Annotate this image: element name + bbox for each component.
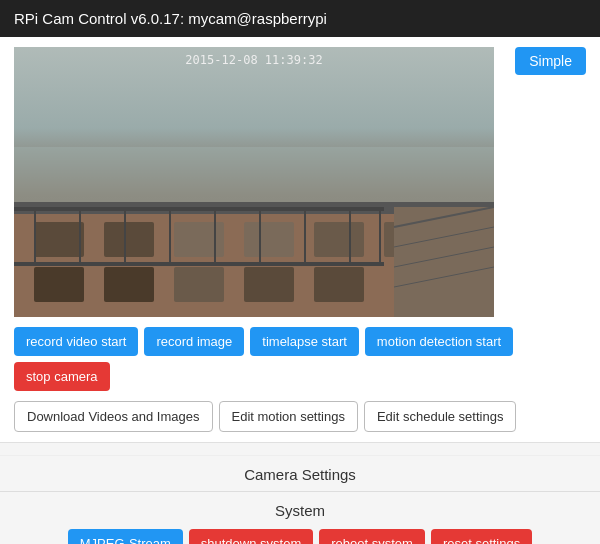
svg-rect-7 — [314, 222, 364, 257]
shutdown-system-button[interactable]: shutdown system — [189, 529, 313, 544]
svg-rect-11 — [174, 267, 224, 302]
main-content: Simple 2015-12-08 11:39:32 — [0, 37, 600, 442]
reset-settings-button[interactable]: reset settings — [431, 529, 532, 544]
svg-rect-24 — [169, 207, 171, 262]
svg-rect-26 — [259, 207, 261, 262]
svg-rect-10 — [104, 267, 154, 302]
mjpeg-stream-button[interactable]: MJPEG-Stream — [68, 529, 183, 544]
simple-btn-wrap: Simple — [515, 47, 586, 75]
svg-rect-13 — [314, 267, 364, 302]
svg-rect-22 — [79, 207, 81, 262]
camera-feed: 2015-12-08 11:39:32 — [14, 47, 494, 317]
svg-rect-27 — [304, 207, 306, 262]
camera-settings-section: Camera Settings — [0, 442, 600, 491]
app-title: RPi Cam Control v6.0.17: mycam@raspberry… — [14, 10, 327, 27]
camera-settings-title: Camera Settings — [0, 455, 600, 489]
system-section: System MJPEG-Stream shutdown system rebo… — [0, 491, 600, 544]
action-buttons-row1: record video start record image timelaps… — [14, 327, 586, 391]
camera-timestamp: 2015-12-08 11:39:32 — [185, 53, 322, 67]
svg-rect-9 — [34, 267, 84, 302]
edit-motion-settings-button[interactable]: Edit motion settings — [219, 401, 358, 432]
svg-rect-4 — [104, 222, 154, 257]
svg-rect-3 — [34, 222, 84, 257]
svg-rect-28 — [349, 207, 351, 262]
motion-detection-start-button[interactable]: motion detection start — [365, 327, 513, 356]
system-title: System — [14, 502, 586, 519]
system-buttons-row: MJPEG-Stream shutdown system reboot syst… — [14, 529, 586, 544]
svg-rect-20 — [14, 207, 384, 211]
svg-rect-29 — [379, 207, 381, 262]
svg-rect-6 — [244, 222, 294, 257]
svg-rect-12 — [244, 267, 294, 302]
reboot-system-button[interactable]: reboot system — [319, 529, 425, 544]
stop-camera-button[interactable]: stop camera — [14, 362, 110, 391]
download-videos-button[interactable]: Download Videos and Images — [14, 401, 213, 432]
camera-image: 2015-12-08 11:39:32 — [14, 47, 494, 317]
simple-button[interactable]: Simple — [515, 47, 586, 75]
edit-schedule-settings-button[interactable]: Edit schedule settings — [364, 401, 516, 432]
record-image-button[interactable]: record image — [144, 327, 244, 356]
svg-rect-5 — [174, 222, 224, 257]
svg-rect-25 — [214, 207, 216, 262]
building-svg — [14, 147, 494, 317]
action-buttons-row2: Download Videos and Images Edit motion s… — [14, 401, 586, 432]
app-header: RPi Cam Control v6.0.17: mycam@raspberry… — [0, 0, 600, 37]
svg-rect-23 — [124, 207, 126, 262]
svg-rect-21 — [34, 207, 36, 262]
timelapse-start-button[interactable]: timelapse start — [250, 327, 359, 356]
record-video-start-button[interactable]: record video start — [14, 327, 138, 356]
svg-rect-19 — [14, 262, 384, 266]
